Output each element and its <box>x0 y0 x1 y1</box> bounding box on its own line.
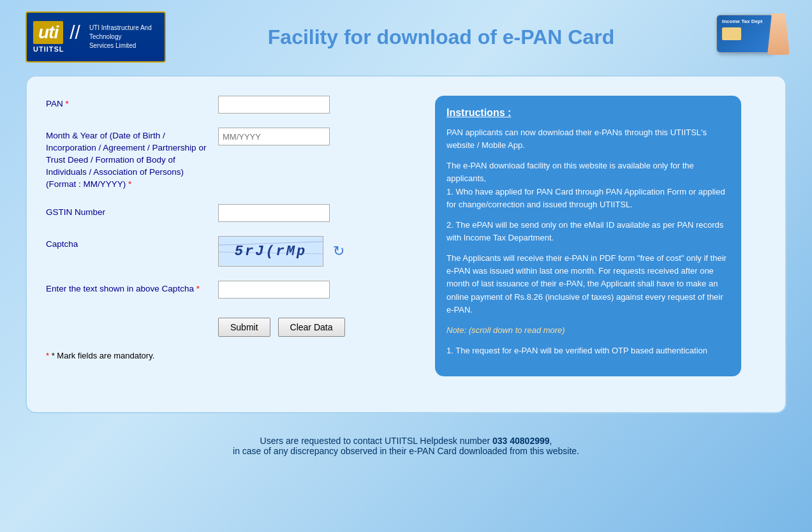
refresh-icon[interactable]: ↻ <box>330 242 348 260</box>
instructions-title: Instructions : <box>447 107 732 119</box>
footer-line1: Users are requested to contact UTIITSL H… <box>13 436 799 446</box>
captcha-input[interactable] <box>218 281 330 299</box>
captcha-image: 5rJ(rMp <box>218 236 323 267</box>
logo-slash: // <box>70 22 80 43</box>
pan-row: PAN * <box>46 96 416 114</box>
form-section: PAN * Month & Year of (Date of Birth / I… <box>46 96 416 376</box>
dob-input[interactable] <box>218 128 330 145</box>
captcha-input-label: Enter the text shown in above Captcha * <box>46 281 218 295</box>
instructions-body[interactable]: PAN applicants can now download their e-… <box>447 126 732 365</box>
clear-button[interactable]: Clear Data <box>278 318 345 337</box>
company-name: UTI Infrastructure And Technology Servic… <box>89 24 152 50</box>
captcha-input-row: Enter the text shown in above Captcha * <box>46 281 416 299</box>
logo-box: uti // UTIITSL UTI Infrastructure And Te… <box>26 11 166 63</box>
instruction-para-3: 2. The ePAN will be send only on the eMa… <box>447 219 727 244</box>
gstin-input[interactable] <box>218 204 330 222</box>
instruction-para-5: 1. The request for e-PAN will be verifie… <box>447 344 727 357</box>
pan-label: PAN * <box>46 96 218 110</box>
dob-label: Month & Year of (Date of Birth / Incorpo… <box>46 128 218 190</box>
gstin-row: GSTIN Number <box>46 204 416 222</box>
captcha-label: Captcha <box>46 236 218 251</box>
submit-button[interactable]: Submit <box>218 318 270 337</box>
pan-card-visual: Income Tax Dept <box>716 15 786 59</box>
instruction-para-1: PAN applicants can now download their e-… <box>447 126 727 152</box>
footer: Users are requested to contact UTIITSL H… <box>0 426 812 469</box>
button-row: Submit Clear Data <box>218 318 416 337</box>
instructions-panel: Instructions : PAN applicants can now do… <box>435 96 741 376</box>
pan-input[interactable] <box>218 96 330 114</box>
footer-line2: in case of any discrepancy observed in t… <box>13 446 799 456</box>
main-content: PAN * Month & Year of (Date of Birth / I… <box>26 75 786 413</box>
card-image: Income Tax Dept <box>716 15 774 53</box>
gstin-label: GSTIN Number <box>46 204 218 219</box>
dob-row: Month & Year of (Date of Birth / Incorpo… <box>46 128 416 190</box>
instruction-para-4: The Applicants will receive their e-PAN … <box>447 252 727 316</box>
header: uti // UTIITSL UTI Infrastructure And Te… <box>0 0 812 69</box>
page-title: Facility for download of e-PAN Card <box>166 26 716 49</box>
utiitsl-label: UTIITSL <box>33 45 64 53</box>
uti-logo-text: uti <box>33 21 63 44</box>
captcha-row: Captcha 5rJ(rMp ↻ <box>46 236 416 267</box>
instruction-para-2: The e-PAN download facility on this webs… <box>447 159 727 211</box>
instruction-note: Note: (scroll down to read more) <box>447 324 727 337</box>
mandatory-note: * * Mark fields are mandatory. <box>46 351 416 360</box>
